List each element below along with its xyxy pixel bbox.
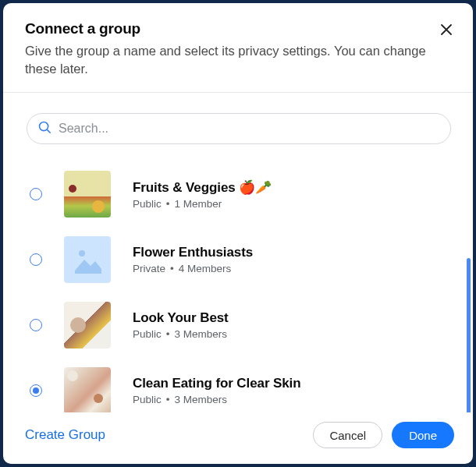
- group-text: Clean Eating for Clear SkinPublic•3 Memb…: [133, 376, 301, 405]
- connect-group-modal: Connect a group Give the group a name an…: [3, 3, 473, 464]
- group-meta: Public•3 Members: [133, 328, 229, 340]
- search-wrap: [27, 113, 451, 144]
- group-item[interactable]: Flower EnthusiastsPrivate•4 Members: [30, 227, 451, 292]
- modal-subtitle: Give the group a name and select its pri…: [25, 42, 431, 78]
- modal-title: Connect a group: [25, 20, 451, 37]
- group-text: Fruits & Veggies 🍎🥕Public•1 Member: [133, 179, 272, 210]
- group-text: Flower EnthusiastsPrivate•4 Members: [133, 245, 253, 274]
- group-item[interactable]: Look Your BestPublic•3 Members: [30, 292, 451, 358]
- group-privacy: Public: [133, 394, 162, 405]
- svg-point-2: [79, 250, 85, 256]
- group-privacy: Public: [133, 328, 162, 340]
- group-thumbnail: [64, 171, 111, 218]
- image-placeholder-icon: [72, 244, 103, 275]
- groups-list: Fruits & Veggies 🍎🥕Public•1 MemberFlower…: [30, 161, 451, 412]
- group-radio[interactable]: [30, 319, 42, 331]
- group-members: 3 Members: [175, 328, 228, 340]
- group-radio[interactable]: [30, 253, 42, 266]
- meta-separator: •: [166, 394, 170, 405]
- group-text: Look Your BestPublic•3 Members: [133, 310, 229, 340]
- group-meta: Public•1 Member: [133, 198, 272, 210]
- done-button[interactable]: Done: [392, 422, 454, 448]
- group-thumbnail: [64, 367, 111, 412]
- scrollbar[interactable]: [467, 258, 471, 412]
- modal-body: Fruits & Veggies 🍎🥕Public•1 MemberFlower…: [3, 93, 473, 412]
- group-radio[interactable]: [30, 384, 42, 397]
- group-members: 3 Members: [175, 394, 228, 405]
- modal-footer: Create Group Cancel Done: [3, 412, 473, 464]
- meta-separator: •: [166, 328, 170, 340]
- group-members: 4 Members: [179, 263, 232, 274]
- group-item[interactable]: Clean Eating for Clear SkinPublic•3 Memb…: [30, 358, 451, 412]
- create-group-link[interactable]: Create Group: [25, 427, 105, 443]
- group-privacy: Public: [133, 198, 162, 210]
- group-title: Fruits & Veggies 🍎🥕: [133, 179, 272, 196]
- close-button[interactable]: [437, 20, 456, 39]
- meta-separator: •: [166, 198, 170, 210]
- modal-header: Connect a group Give the group a name an…: [3, 3, 473, 93]
- group-privacy: Private: [133, 263, 165, 274]
- group-title: Flower Enthusiasts: [133, 245, 253, 260]
- group-thumbnail: [64, 236, 111, 283]
- meta-separator: •: [170, 263, 174, 274]
- group-title: Clean Eating for Clear Skin: [133, 376, 301, 391]
- group-title: Look Your Best: [133, 310, 229, 326]
- group-item[interactable]: Fruits & Veggies 🍎🥕Public•1 Member: [30, 161, 451, 227]
- group-meta: Public•3 Members: [133, 394, 301, 405]
- close-icon: [440, 23, 453, 36]
- group-thumbnail: [64, 302, 111, 348]
- search-input[interactable]: [27, 113, 451, 144]
- group-meta: Private•4 Members: [133, 263, 253, 274]
- group-radio[interactable]: [30, 188, 42, 200]
- group-members: 1 Member: [175, 198, 222, 210]
- cancel-button[interactable]: Cancel: [313, 422, 382, 448]
